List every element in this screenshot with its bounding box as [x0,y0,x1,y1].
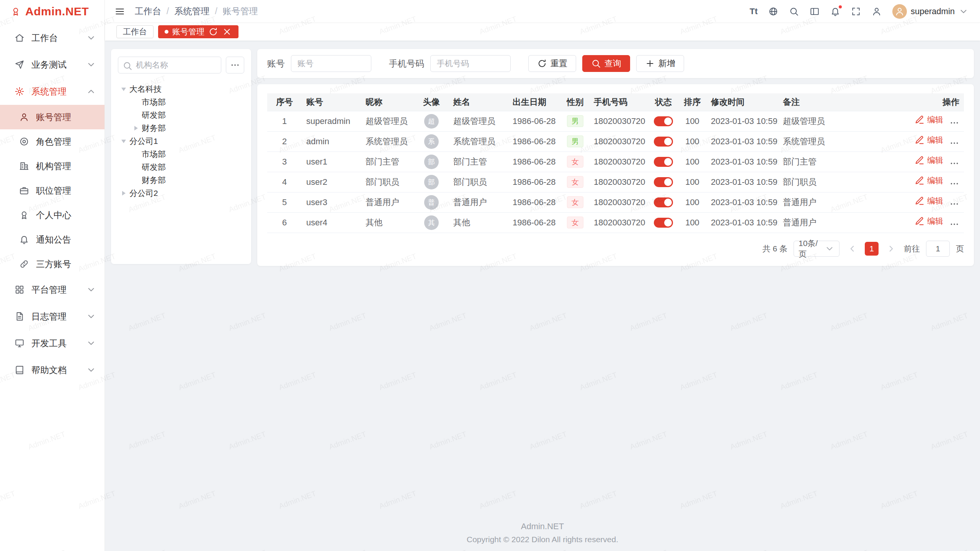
sidebar-item-system-management[interactable]: 系统管理 [0,78,105,105]
breadcrumb-item[interactable]: 系统管理 [174,5,209,17]
tree-node[interactable]: 分公司1 [118,135,244,148]
edit-button[interactable]: 编辑 [915,114,943,125]
sidebar-item-label: 工作台 [31,32,86,44]
tree-node[interactable]: 分公司2 [118,187,244,200]
account-filter-input[interactable] [291,55,371,72]
cell-birthday: 1986-06-28 [508,111,561,131]
more-actions-icon[interactable] [949,158,959,168]
tree-more-button[interactable] [226,57,244,73]
breadcrumb-item[interactable]: 工作台 [135,5,161,17]
page-size-select[interactable]: 10条/页 [794,241,840,257]
cell-seq: 2 [267,131,302,152]
more-actions-icon[interactable] [949,199,959,209]
more-actions-icon[interactable] [949,179,959,189]
status-toggle[interactable] [654,218,673,228]
status-toggle[interactable] [654,177,673,187]
cell-birthday: 1986-06-28 [508,152,561,172]
reset-button[interactable]: 重置 [528,55,576,72]
cell-phone: 18020030720 [589,152,648,172]
status-toggle[interactable] [654,157,673,167]
sidebar-item-help-docs[interactable]: 帮助文档 [0,357,105,383]
tree-node[interactable]: 研发部 [118,161,244,174]
more-actions-icon[interactable] [949,219,959,229]
sidebar-item-business-test[interactable]: 业务测试 [0,51,105,78]
sidebar-item-position-management[interactable]: 职位管理 [0,178,105,203]
layout-settings-icon[interactable] [810,7,820,16]
sidebar-item-workbench[interactable]: 工作台 [0,24,105,51]
edit-icon [915,155,924,165]
font-size-icon[interactable]: Tt [750,7,758,16]
sidebar-item-third-party-account[interactable]: 三方账号 [0,252,105,276]
username: superadmin [911,7,955,16]
profile-icon[interactable] [872,7,882,16]
menu-collapse-button[interactable] [115,7,125,16]
tab-refresh-icon[interactable] [208,27,218,37]
edit-button[interactable]: 编辑 [915,175,943,186]
edit-button[interactable]: 编辑 [915,216,943,227]
sidebar-item-account-management[interactable]: 账号管理 [0,105,105,129]
status-toggle[interactable] [654,137,673,147]
user-menu[interactable]: superadmin [892,4,969,19]
org-name-search-input[interactable] [118,57,221,73]
cell-name: 普通用户 [449,192,508,212]
gender-badge: 女 [567,176,583,188]
add-button[interactable]: 新增 [636,55,684,72]
notifications-bell-icon[interactable] [830,7,840,16]
prev-page-button[interactable] [846,242,859,255]
phone-filter-input[interactable] [430,55,511,72]
link-icon [19,259,29,269]
col-remark: 备注 [778,93,908,111]
goto-page-input[interactable] [926,241,950,257]
sidebar-item-log-management[interactable]: 日志管理 [0,303,105,330]
cell-name: 系统管理员 [449,131,508,152]
sidebar-item-org-management[interactable]: 机构管理 [0,154,105,178]
more-actions-icon[interactable] [949,118,959,128]
cell-modified: 2023-01-03 10:59:44 [706,131,778,152]
cell-account: user4 [302,212,361,233]
tab-close-icon[interactable] [222,27,232,37]
status-toggle[interactable] [654,197,673,207]
tree-node[interactable]: 市场部 [118,96,244,109]
edit-icon [915,115,924,125]
next-page-button[interactable] [885,242,898,255]
tree-node[interactable]: 财务部 [118,122,244,135]
edit-icon [915,216,924,226]
home-icon [15,33,24,43]
fullscreen-icon[interactable] [851,7,861,16]
sidebar-item-label: 机构管理 [36,160,71,172]
tree-node[interactable]: 研发部 [118,109,244,122]
cell-nickname: 部门职员 [361,172,414,192]
tree-node[interactable]: 大名科技 [118,83,244,96]
app-logo[interactable]: Admin.NET [0,0,105,23]
edit-button[interactable]: 编辑 [915,135,943,145]
search-icon[interactable] [789,7,799,16]
tree-node-label: 市场部 [142,149,166,160]
tree-node[interactable]: 财务部 [118,174,244,187]
edit-button[interactable]: 编辑 [915,196,943,206]
sidebar-item-platform-management[interactable]: 平台管理 [0,276,105,303]
sidebar-item-personal-center[interactable]: 个人中心 [0,203,105,227]
medal-icon [19,210,29,220]
cell-seq: 4 [267,172,302,192]
current-page-button[interactable]: 1 [865,242,879,256]
pagination-total: 共 6 条 [763,243,787,254]
cell-nickname: 部门主管 [361,152,414,172]
search-button[interactable]: 查询 [582,55,630,72]
more-actions-icon[interactable] [949,138,959,148]
chevron-down-icon [825,244,835,254]
caret-down-icon[interactable] [121,88,126,91]
sidebar-item-dev-tools[interactable]: 开发工具 [0,330,105,357]
caret-down-icon[interactable] [121,140,126,143]
sidebar-item-role-management[interactable]: 角色管理 [0,129,105,154]
sidebar-item-notice[interactable]: 通知公告 [0,227,105,252]
edit-button[interactable]: 编辑 [915,155,943,166]
status-toggle[interactable] [654,116,673,126]
caret-right-icon[interactable] [134,126,138,130]
edit-icon [915,176,924,186]
tab-workbench[interactable]: 工作台 [116,25,154,38]
caret-right-icon[interactable] [122,191,126,196]
tree-node[interactable]: 市场部 [118,148,244,161]
tab-account-management[interactable]: 账号管理 [158,25,238,38]
cell-seq: 6 [267,212,302,233]
language-icon[interactable] [768,7,778,16]
